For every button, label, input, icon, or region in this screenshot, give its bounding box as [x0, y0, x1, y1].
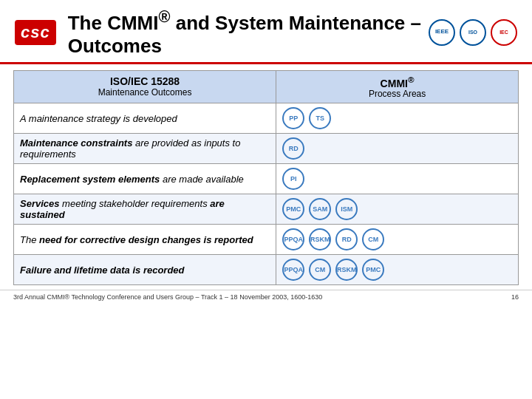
table-row: A maintenance strategy is developedPPTS	[14, 103, 519, 134]
process-area-badge: RD	[282, 137, 304, 160]
cmmi-cell: PPTS	[276, 103, 519, 134]
iso-logo: ISO	[460, 19, 486, 46]
cmmi-cell: PMCSAMISM	[276, 194, 519, 225]
process-area-badge: SAM	[309, 198, 331, 220]
cmmi-cell: PPQACMRSKMPMC	[276, 255, 519, 285]
footer-page: 16	[511, 293, 519, 301]
page-title: The CMMI® and System Maintenance – Outco…	[68, 7, 429, 58]
footer-citation: 3rd Annual CMMI® Technology Conference a…	[13, 293, 322, 301]
process-area-badge: ISM	[335, 198, 358, 220]
process-area-badge: RSKM	[309, 228, 331, 250]
table-row: Maintenance constraints are provided as …	[14, 134, 519, 164]
process-area-badge: PPQA	[282, 259, 304, 281]
col-header-iso: ISO/IEC 15288 Maintenance Outcomes	[14, 70, 276, 103]
iso-cell: The need for corrective design changes i…	[14, 225, 276, 255]
iso-cell: Maintenance constraints are provided as …	[14, 134, 276, 164]
footer: 3rd Annual CMMI® Technology Conference a…	[0, 290, 532, 304]
outcomes-table: ISO/IEC 15288 Maintenance Outcomes CMMI®…	[13, 70, 519, 286]
table-row: The need for corrective design changes i…	[14, 225, 519, 255]
process-area-badge: PI	[282, 168, 304, 190]
process-area-badge: TS	[309, 107, 331, 129]
table-row: Services meeting stakeholder requirement…	[14, 194, 519, 225]
csc-logo: csc	[15, 20, 56, 45]
iec-logo: IEC	[491, 19, 517, 46]
header: csc The CMMI® and System Maintenance – O…	[0, 0, 532, 64]
process-area-badge: RSKM	[335, 259, 358, 281]
process-area-badge: CM	[309, 259, 331, 281]
process-area-badge: CM	[362, 228, 384, 250]
iso-cell: Replacement system elements are made ava…	[14, 164, 276, 194]
cmmi-cell: PPQARSKMRDCM	[276, 225, 519, 255]
process-area-badge: PMC	[362, 259, 384, 281]
ieee-logo: IEEE	[429, 19, 455, 46]
col-header-cmmi: CMMI® Process Areas	[276, 70, 519, 103]
process-area-badge: PP	[282, 107, 304, 129]
table-row: Failure and lifetime data is recordedPPQ…	[14, 255, 519, 285]
process-area-badge: PPQA	[282, 228, 304, 250]
cmmi-cell: RD	[276, 134, 519, 164]
process-area-badge: PMC	[282, 198, 304, 220]
iso-cell: A maintenance strategy is developed	[14, 103, 276, 134]
table-row: Replacement system elements are made ava…	[14, 164, 519, 194]
process-area-badge: RD	[335, 228, 358, 250]
main-table-container: ISO/IEC 15288 Maintenance Outcomes CMMI®…	[0, 64, 532, 289]
cmmi-cell: PI	[276, 164, 519, 194]
iso-cell: Failure and lifetime data is recorded	[14, 255, 276, 285]
org-logos: IEEE ISO IEC	[429, 19, 517, 46]
iso-cell: Services meeting stakeholder requirement…	[14, 194, 276, 225]
